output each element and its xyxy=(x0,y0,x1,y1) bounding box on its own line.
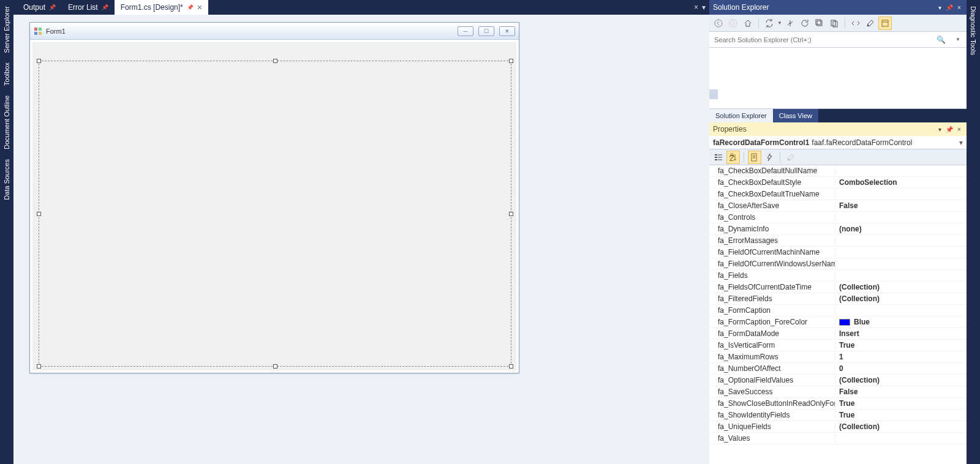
property-row[interactable]: fa_ShowIdentityFieldsTrue xyxy=(709,410,967,421)
property-row[interactable]: fa_IsVerticalFormTrue xyxy=(709,340,967,351)
property-row[interactable]: fa_FieldOfCurrentMachinName xyxy=(709,247,967,258)
property-row[interactable]: fa_ShowCloseButtonInReadOnlyFormTrue xyxy=(709,398,967,410)
window-position-icon[interactable]: ▾ xyxy=(936,4,943,11)
properties-object-selector[interactable]: faRecordDataFormControl1 faaf.faRecordDa… xyxy=(709,136,967,149)
home-icon[interactable] xyxy=(741,17,755,30)
view-code-icon[interactable] xyxy=(849,17,862,30)
property-value[interactable]: (Collection) xyxy=(835,422,964,431)
property-row[interactable]: fa_UniqueFields(Collection) xyxy=(709,421,967,433)
property-row[interactable]: fa_Controls xyxy=(709,212,967,223)
form-preview-window[interactable]: Form1 ─ ☐ ✕ xyxy=(29,22,519,373)
pin-icon[interactable]: 📌 xyxy=(187,4,194,10)
search-input[interactable] xyxy=(709,36,932,43)
refresh-icon[interactable] xyxy=(798,17,812,30)
tab-error-list[interactable]: Error List 📌 xyxy=(62,0,115,15)
close-window-icon[interactable]: ✕ xyxy=(499,26,515,36)
show-all-files-icon[interactable] xyxy=(827,17,841,30)
properties-page-icon[interactable] xyxy=(748,151,761,164)
right-tab-diagnostic-tools[interactable]: Diagnostic Tools xyxy=(968,2,978,59)
property-row[interactable]: fa_ErrorMassages xyxy=(709,235,967,247)
property-row[interactable]: fa_CheckBoxDefaultNullName xyxy=(709,165,967,177)
resize-handle[interactable] xyxy=(273,59,277,63)
property-row[interactable]: fa_SaveSuccessFalse xyxy=(709,386,967,398)
property-value[interactable]: False xyxy=(835,387,964,396)
solution-explorer-tree[interactable] xyxy=(709,48,967,109)
property-value[interactable]: False xyxy=(835,201,964,210)
resize-handle[interactable] xyxy=(273,364,277,369)
resize-handle[interactable] xyxy=(509,364,513,369)
property-row[interactable]: fa_CheckBoxDefaultStyleComboSelection xyxy=(709,177,967,189)
minimize-icon[interactable]: ─ xyxy=(458,26,473,36)
property-row[interactable]: fa_FieldOfCurrentWindowsUserName xyxy=(709,258,967,270)
chevron-down-icon[interactable]: ▼ xyxy=(777,20,782,26)
collapse-all-icon[interactable] xyxy=(813,17,826,30)
form-design-surface[interactable]: Form1 ─ ☐ ✕ xyxy=(13,15,709,464)
close-document-icon[interactable]: × xyxy=(694,3,698,12)
property-value[interactable]: 0 xyxy=(835,364,964,373)
left-tab-toolbox[interactable]: Toolbox xyxy=(2,59,12,89)
property-row[interactable]: fa_FormCaption xyxy=(709,305,967,316)
property-row[interactable]: fa_Fields xyxy=(709,270,967,282)
search-icon[interactable]: 🔍 xyxy=(932,36,949,44)
nav-back-icon[interactable] xyxy=(712,17,725,30)
property-row[interactable]: fa_Values xyxy=(709,433,967,444)
property-row[interactable]: fa_FieldsOfCurrentDateTime(Collection) xyxy=(709,282,967,293)
properties-icon[interactable] xyxy=(864,17,877,30)
resize-handle[interactable] xyxy=(37,212,41,216)
property-pages-icon[interactable] xyxy=(784,151,797,164)
property-value[interactable]: (none) xyxy=(835,225,964,233)
pending-changes-icon[interactable] xyxy=(783,17,797,30)
property-value[interactable]: True xyxy=(835,399,964,408)
alphabetical-icon[interactable]: AZ xyxy=(726,151,740,164)
autohide-pin-icon[interactable]: 📌 xyxy=(946,125,953,133)
property-row[interactable]: fa_FilteredFields(Collection) xyxy=(709,293,967,305)
property-row[interactable]: fa_NumberOfAffect0 xyxy=(709,363,967,375)
property-row[interactable]: fa_CloseAfterSaveFalse xyxy=(709,200,967,212)
tab-class-view[interactable]: Class View xyxy=(773,109,818,122)
form-client-area[interactable] xyxy=(32,42,516,370)
chevron-down-icon[interactable]: ▼ xyxy=(949,37,967,42)
property-value[interactable]: (Collection) xyxy=(835,294,964,303)
property-value[interactable]: True xyxy=(835,411,964,419)
chevron-down-icon[interactable]: ▾ xyxy=(959,138,963,147)
categorized-icon[interactable] xyxy=(712,151,725,164)
window-options-icon[interactable]: ▾ xyxy=(702,3,706,12)
property-row[interactable]: fa_FormCaption_ForeColorBlue xyxy=(709,316,967,328)
autohide-pin-icon[interactable]: 📌 xyxy=(946,4,953,11)
property-row[interactable]: fa_DynamicInfo(none) xyxy=(709,223,967,235)
resize-handle[interactable] xyxy=(509,212,513,216)
left-tab-data-sources[interactable]: Data Sources xyxy=(2,155,12,204)
pin-icon[interactable]: 📌 xyxy=(49,4,56,10)
preview-selected-icon[interactable] xyxy=(878,17,892,30)
close-icon[interactable]: × xyxy=(197,3,202,12)
maximize-icon[interactable]: ☐ xyxy=(478,26,494,36)
pin-icon[interactable]: 📌 xyxy=(102,4,108,10)
sync-icon[interactable] xyxy=(763,17,776,30)
resize-handle[interactable] xyxy=(37,59,41,63)
left-tab-server-explorer[interactable]: Server Explorer xyxy=(2,2,12,56)
property-row[interactable]: fa_OptionalFieldValues(Collection) xyxy=(709,375,967,386)
window-position-icon[interactable]: ▾ xyxy=(936,125,943,133)
properties-grid[interactable]: fa_CheckBoxDefaultNullNamefa_CheckBoxDef… xyxy=(709,165,967,464)
property-value[interactable]: True xyxy=(835,341,964,350)
nav-forward-icon[interactable] xyxy=(726,17,740,30)
resize-handle[interactable] xyxy=(509,59,513,63)
property-value[interactable]: Insert xyxy=(835,329,964,338)
tab-output[interactable]: Output 📌 xyxy=(17,0,62,15)
property-value[interactable]: 1 xyxy=(835,353,964,361)
property-value[interactable]: (Collection) xyxy=(835,283,964,291)
close-panel-icon[interactable]: × xyxy=(956,125,963,133)
property-value[interactable]: ComboSelection xyxy=(835,178,964,187)
property-value[interactable]: (Collection) xyxy=(835,376,964,384)
selected-control[interactable] xyxy=(39,61,511,367)
property-value[interactable]: Blue xyxy=(835,318,964,326)
left-tab-document-outline[interactable]: Document Outline xyxy=(2,92,12,153)
close-panel-icon[interactable]: × xyxy=(956,4,963,11)
property-row[interactable]: fa_MaximumRows1 xyxy=(709,351,967,363)
tab-solution-explorer[interactable]: Solution Explorer xyxy=(709,109,773,122)
property-row[interactable]: fa_CheckBoxDefaultTrueName xyxy=(709,189,967,200)
resize-handle[interactable] xyxy=(37,364,41,369)
events-icon[interactable] xyxy=(763,151,776,164)
property-row[interactable]: fa_FormDataModeInsert xyxy=(709,328,967,340)
tab-form-designer[interactable]: Form1.cs [Design]* 📌 × xyxy=(115,0,208,15)
